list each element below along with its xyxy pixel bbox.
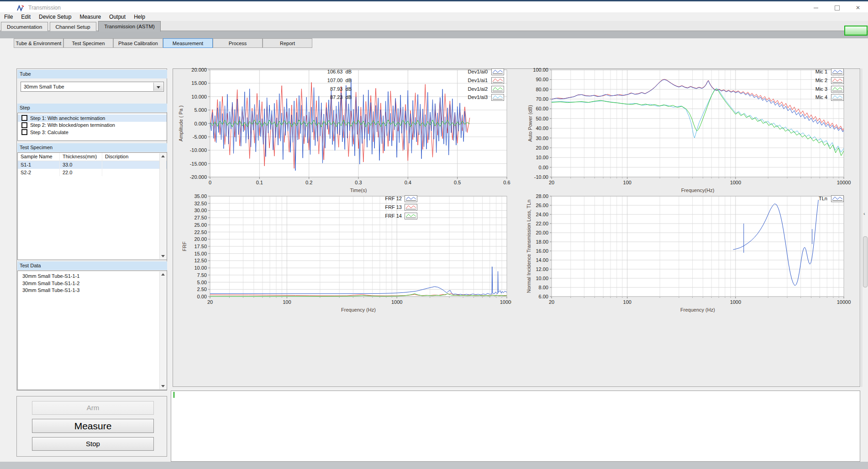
measure-button[interactable]: Measure [32,419,154,433]
testdata-scrollbar[interactable] [159,271,166,389]
tube-select[interactable]: 30mm Small Tube [21,82,164,92]
svg-text:Frequency (Hz): Frequency (Hz) [341,307,376,313]
menu-help[interactable]: Help [130,14,149,20]
list-item[interactable]: 30mm Small Tube-S1-1-3 [18,287,167,294]
scroll-up-icon[interactable] [161,155,165,157]
subtab-test-specimen[interactable]: Test Specimen [63,38,113,48]
step-item-3[interactable]: Step 3: Calculate [18,129,167,136]
svg-text:Amplitude ( Pa ): Amplitude ( Pa ) [178,105,184,141]
svg-text:-15.000: -15.000 [190,161,207,167]
svg-text:1000: 1000 [730,180,741,185]
tab-documentation[interactable]: Documentation [1,22,48,31]
step-label: Step 2: With blocked/open termination [30,122,115,128]
legend-label: Mic 4 [777,94,827,100]
chevron-down-icon[interactable] [153,83,163,91]
svg-text:8.00: 8.00 [539,285,548,290]
subtab-report[interactable]: Report [263,38,312,48]
table-cell [102,169,167,177]
sidebar-panel: Tube 30mm Small Tube Step Step 1: With a… [16,68,167,391]
collapse-left-icon[interactable]: ‹ [863,211,865,216]
svg-text:-5.000: -5.000 [193,134,207,140]
menu-edit[interactable]: Edit [17,14,35,20]
svg-text:20: 20 [549,180,554,185]
column-description[interactable]: Discription [102,153,167,161]
subtab-phase-calibration[interactable]: Phase Calibration [113,38,163,48]
svg-text:50.00: 50.00 [536,116,548,121]
right-scroll-strip[interactable]: ‹ [862,68,868,387]
step-label: Step 3: Calculate [30,130,68,135]
column-sample-name[interactable]: Sample Name [18,153,60,161]
specimen-scrollbar[interactable] [159,153,166,259]
tube-select-value: 30mm Small Tube [24,84,64,89]
checkbox-icon[interactable] [21,129,27,135]
svg-text:12.00: 12.00 [536,266,548,272]
table-row[interactable]: S2-222.0 [18,169,167,177]
checkbox-icon[interactable] [21,115,27,121]
level-readout: 87.23 dB [301,94,352,100]
svg-text:80.00: 80.00 [536,87,548,92]
svg-text:-10.00: -10.00 [534,174,548,180]
legend-line-icon [831,94,844,103]
svg-text:0.000: 0.000 [194,121,207,126]
level-readout: 87.93 dB [301,86,352,92]
step-item-2[interactable]: Step 2: With blocked/open termination [18,122,167,129]
svg-text:Auto Power (dB): Auto Power (dB) [527,105,533,142]
minimize-button[interactable] [808,3,824,12]
svg-text:-20.000: -20.000 [190,174,207,180]
svg-text:0: 0 [209,180,211,185]
legend-line-icon [831,195,844,204]
list-item[interactable]: 30mm Small Tube-S1-1-2 [18,280,167,287]
table-row[interactable]: S1-133.0 [18,161,167,169]
svg-text:0.2: 0.2 [305,180,312,185]
subtab-measurement[interactable]: Measurement [163,38,213,48]
title-bar: Transmission ✕ [0,0,868,12]
svg-text:10.000: 10.000 [191,94,207,99]
svg-text:27.50: 27.50 [194,215,207,220]
actions-panel: Arm Measure Stop [16,396,167,457]
legend-line-icon [491,77,504,86]
svg-text:100: 100 [623,299,631,305]
svg-text:Frequency (Hz): Frequency (Hz) [680,307,715,313]
scroll-down-icon[interactable] [161,385,165,387]
menu-measure[interactable]: Measure [75,14,105,20]
svg-text:10000: 10000 [837,180,851,185]
legend-label: FRF 12 [352,196,402,201]
subtab-process[interactable]: Process [213,38,263,48]
arm-button[interactable]: Arm [32,401,154,415]
maximize-button[interactable] [829,3,845,12]
step-item-1[interactable]: Step 1: With anechoic termination [18,115,167,122]
scrollbar-thumb[interactable] [863,236,868,287]
stop-button[interactable]: Stop [32,437,154,451]
svg-text:25.00: 25.00 [194,222,207,228]
tab-transmission-astm[interactable]: Transmission (ASTM) [98,21,161,31]
scroll-down-icon[interactable] [161,255,165,257]
step-label: Step 1: With anechoic termination [30,115,105,121]
step-list: Step 1: With anechoic terminationStep 2:… [17,113,167,141]
svg-text:0.5: 0.5 [454,180,461,185]
app-icon [16,5,25,12]
list-item[interactable]: 30mm Small Tube-S1-1-1 [18,273,167,280]
svg-text:20.00: 20.00 [536,145,548,151]
subtab-tube-environment[interactable]: Tube & Environment [14,38,63,48]
svg-text:0.6: 0.6 [503,180,510,185]
svg-text:20.000: 20.000 [191,67,207,73]
chart-transmission-loss: 28.0026.0024.0022.0020.0018.0016.0014.00… [511,192,860,315]
checkbox-icon[interactable] [21,122,27,128]
menu-bar: FileEditDevice SetupMeasureOutputHelp [0,12,868,21]
menu-file[interactable]: File [0,14,17,20]
legend-line-icon [491,86,504,94]
legend-line-icon [831,77,844,86]
menu-output[interactable]: Output [105,14,130,20]
column-thickness[interactable]: Thickness(mm) [60,153,102,161]
test-specimen-header: Test Specimen [17,143,167,152]
window-bottom-strip [0,462,868,469]
legend-label: FRF 14 [352,213,402,219]
tab-channel-setup[interactable]: Channel Setup [50,22,96,31]
scroll-up-icon[interactable] [161,273,165,276]
output-panel[interactable] [171,391,860,462]
legend-line-icon [491,68,504,77]
svg-text:17.50: 17.50 [194,244,207,249]
svg-text:0.4: 0.4 [405,180,411,185]
close-button[interactable]: ✕ [850,3,866,12]
menu-device-setup[interactable]: Device Setup [35,14,75,20]
